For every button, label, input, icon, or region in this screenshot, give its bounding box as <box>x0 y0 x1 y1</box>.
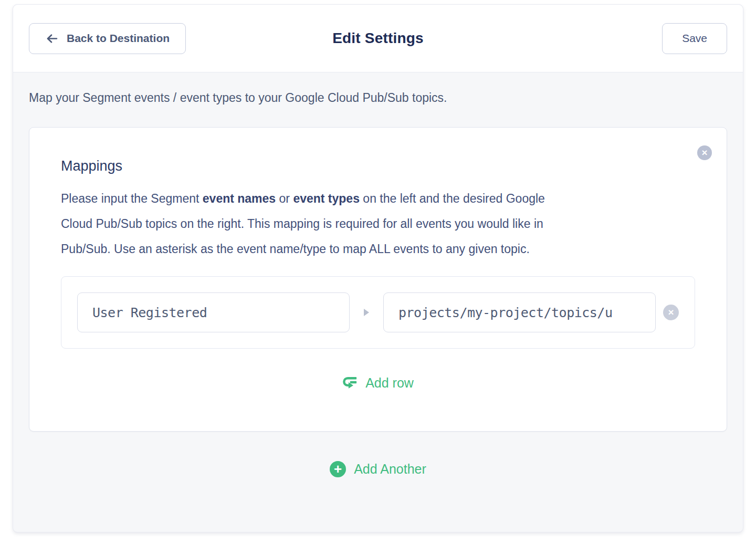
add-row-icon <box>342 375 359 391</box>
remove-row-button[interactable]: × <box>663 305 679 320</box>
close-mappings-button[interactable]: × <box>697 145 712 160</box>
description-bold: event names <box>203 192 276 205</box>
mappings-card: × Mappings Please input the Segment even… <box>29 127 727 432</box>
mappings-description: Please input the Segment event names or … <box>61 186 695 261</box>
description-line: Please input the Segment event names or … <box>61 186 695 211</box>
map-arrow-icon <box>364 309 369 316</box>
save-button[interactable]: Save <box>662 23 727 54</box>
plus-glyph: + <box>334 462 342 476</box>
event-name-input[interactable] <box>77 292 350 332</box>
add-another-label: Add Another <box>354 462 426 477</box>
description-line: Cloud Pub/Sub topics on the right. This … <box>61 211 695 236</box>
topic-input[interactable] <box>383 292 656 332</box>
close-icon: × <box>701 145 707 160</box>
edit-settings-panel: Back to Destination Edit Settings Save M… <box>13 4 743 532</box>
add-row-button[interactable]: Add row <box>61 375 695 391</box>
description-text: Please input the Segment <box>61 192 203 205</box>
description-bold: event types <box>293 192 360 205</box>
description-text: on the left and the desired Google <box>360 192 545 205</box>
arrow-left-icon <box>45 32 58 45</box>
page-title: Edit Settings <box>332 30 424 47</box>
mapping-row: × <box>61 276 695 349</box>
plus-circle-icon: + <box>330 461 346 477</box>
mapping-arrow-wrap <box>350 309 383 316</box>
panel-header: Back to Destination Edit Settings Save <box>13 5 743 72</box>
description-line: Pub/Sub. Use an asterisk as the event na… <box>61 236 695 261</box>
add-row-label: Add row <box>365 375 414 391</box>
description-text: or <box>276 192 293 205</box>
panel-body: Map your Segment events / event types to… <box>13 72 743 532</box>
back-button-label: Back to Destination <box>67 32 170 45</box>
add-another-button[interactable]: + Add Another <box>29 461 727 477</box>
mappings-title: Mappings <box>61 158 695 174</box>
back-to-destination-button[interactable]: Back to Destination <box>29 23 186 54</box>
remove-row-icon: × <box>668 305 674 320</box>
intro-text: Map your Segment events / event types to… <box>29 89 727 106</box>
